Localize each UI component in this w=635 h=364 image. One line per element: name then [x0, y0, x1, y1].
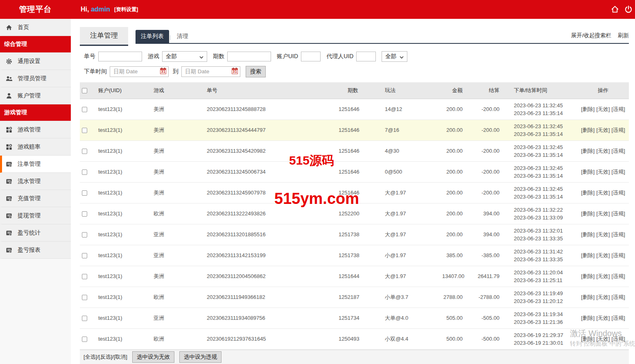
profile-settings-link[interactable]: [资料设置] [114, 6, 138, 13]
invalid-action[interactable]: [无效] [596, 106, 610, 112]
game-cell: 亚洲 [151, 245, 205, 266]
tab[interactable]: 清理 [171, 30, 193, 43]
invalid-action[interactable]: [无效] [596, 148, 610, 154]
agent-uid-input[interactable] [356, 52, 376, 61]
invalid-action[interactable]: [无效] [596, 315, 610, 321]
violation-action[interactable]: [违规] [612, 190, 625, 196]
delete-action[interactable]: [删除] [581, 336, 594, 342]
delete-action[interactable]: [删除] [581, 106, 594, 112]
column-header: 结算 [465, 82, 502, 99]
game-cell: 美洲 [151, 161, 205, 182]
end-date-input[interactable]: 日期 Date 31 [181, 66, 240, 77]
toolbar-link[interactable]: 展开/收起搜索栏 [571, 32, 611, 39]
row-checkbox[interactable] [82, 128, 87, 133]
violation-action[interactable]: [违规] [612, 252, 625, 258]
delete-action[interactable]: [删除] [581, 231, 594, 237]
violation-action[interactable]: [违规] [612, 336, 625, 342]
toolbar-link[interactable]: 刷新 [618, 32, 629, 39]
sidebar-item[interactable]: 盈亏报表 [0, 242, 71, 259]
user-icon [6, 93, 12, 99]
violation-action[interactable]: [违规] [612, 315, 625, 321]
start-date-input[interactable]: 日期 Date 31 [110, 66, 169, 77]
period-input[interactable] [227, 52, 271, 61]
set-selected-invalid-button[interactable]: 选中设为无效 [132, 351, 174, 363]
order-no-input[interactable] [98, 52, 142, 61]
sidebar-item[interactable]: 账户管理 [0, 87, 71, 104]
username: admin [91, 6, 110, 13]
account-uid-input[interactable] [301, 52, 321, 61]
sidebar-item[interactable]: 充值管理 [0, 190, 71, 207]
sidebar-item[interactable]: 游戏赔率 [0, 138, 71, 156]
delete-action[interactable]: [删除] [581, 190, 594, 196]
power-icon[interactable] [624, 5, 633, 14]
delete-action[interactable]: [删除] [581, 148, 594, 154]
row-checkbox[interactable] [82, 337, 87, 342]
delete-action[interactable]: [删除] [581, 169, 594, 175]
delete-action[interactable]: [删除] [581, 252, 594, 258]
invalid-action[interactable]: [无效] [596, 127, 610, 133]
date-placeholder: 日期 Date [113, 68, 138, 75]
invalid-action[interactable]: [无效] [596, 273, 610, 279]
delete-action[interactable]: [删除] [581, 210, 594, 217]
violation-action[interactable]: [违规] [612, 273, 625, 279]
violation-action[interactable]: [违规] [612, 169, 625, 175]
delete-action[interactable]: [删除] [581, 273, 594, 279]
invalid-action[interactable]: [无效] [596, 336, 610, 342]
tab[interactable]: 注单列表 [136, 30, 169, 43]
sidebar-item[interactable]: 首页 [0, 19, 71, 36]
search-button[interactable]: 搜索 [246, 66, 266, 77]
calendar-icon[interactable]: 31 [160, 68, 166, 76]
sidebar-item[interactable]: 盈亏统计 [0, 224, 71, 242]
invalid-action[interactable]: [无效] [596, 231, 610, 237]
row-checkbox[interactable] [82, 190, 87, 196]
violation-action[interactable]: [违规] [612, 231, 625, 237]
status-select[interactable]: 全部 [382, 51, 407, 62]
violation-action[interactable]: [违规] [612, 127, 625, 133]
placed-time: 2023-06-23 11:19:49 [514, 289, 575, 297]
sidebar-item[interactable]: 提现管理 [0, 207, 71, 224]
orders-table: 账户(UID)游戏单号期数玩法金额结算下单/结算时间操作 test123(1)美… [80, 82, 629, 350]
chevron-down-icon [199, 54, 203, 60]
invalid-action[interactable]: [无效] [596, 252, 610, 258]
invalid-action[interactable]: [无效] [596, 169, 610, 175]
row-checkbox[interactable] [82, 232, 87, 237]
set-selected-violation-button[interactable]: 选中设为违规 [179, 351, 221, 363]
play-cell: 大@1.97 [360, 203, 440, 224]
row-checkbox[interactable] [82, 274, 87, 279]
delete-action[interactable]: [删除] [581, 294, 594, 300]
row-checkbox[interactable] [82, 316, 87, 321]
page-title: 注单管理 [80, 27, 128, 46]
sidebar-item-label: 管理员管理 [18, 75, 46, 82]
violation-action[interactable]: [违规] [612, 106, 625, 112]
invalid-action[interactable]: [无效] [596, 294, 610, 300]
row-checkbox[interactable] [82, 170, 87, 175]
row-checkbox[interactable] [82, 211, 87, 217]
delete-action[interactable]: [删除] [581, 315, 594, 321]
home-icon[interactable] [611, 5, 619, 14]
sidebar-item[interactable]: 游戏管理 [0, 121, 71, 138]
row-checkbox[interactable] [82, 149, 87, 154]
sidebar-item-label: 流水管理 [18, 178, 41, 185]
sidebar-item[interactable]: 流水管理 [0, 173, 71, 190]
select-all-invert-cancel-links[interactable]: [全选]/[反选]/[取消] [84, 353, 127, 361]
actions-cell: [删除][无效][违规] [577, 328, 629, 349]
checkbox-column-header[interactable] [80, 82, 96, 99]
violation-action[interactable]: [违规] [612, 294, 625, 300]
invalid-action[interactable]: [无效] [596, 210, 610, 217]
row-checkbox[interactable] [82, 107, 87, 112]
violation-action[interactable]: [违规] [612, 148, 625, 154]
sidebar-item[interactable]: 注单管理 [0, 156, 71, 173]
violation-action[interactable]: [违规] [612, 210, 625, 217]
sidebar-item[interactable]: 通用设置 [0, 53, 71, 70]
game-select[interactable]: 全部 [162, 51, 207, 62]
invalid-action[interactable]: [无效] [596, 190, 610, 196]
sidebar-item[interactable]: 管理员管理 [0, 70, 71, 87]
period-cell: 1252200 [337, 203, 360, 224]
row-checkbox[interactable] [82, 253, 87, 258]
placed-time: 2023-06-23 11:32:45 [514, 185, 575, 193]
select-all-checkbox[interactable] [82, 88, 87, 93]
row-checkbox[interactable] [82, 295, 87, 300]
table-row: test123(1)美洲202306231120045068621251644大… [80, 266, 629, 287]
delete-action[interactable]: [删除] [581, 127, 594, 133]
calendar-icon[interactable]: 31 [232, 68, 238, 76]
